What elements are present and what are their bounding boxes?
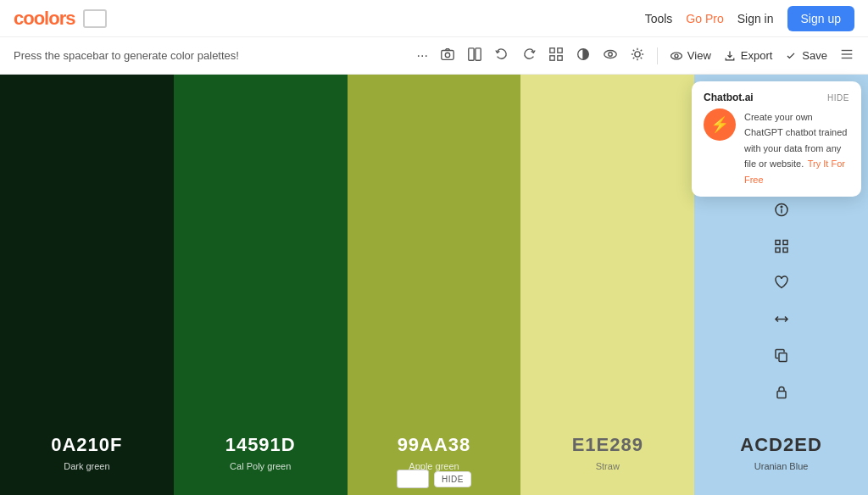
color-code-2: 14591D	[225, 434, 296, 456]
svg-point-11	[635, 51, 640, 56]
color-swatch-5[interactable]: Chatbot.ai HIDE ⚡ Create your own ChatGP…	[694, 75, 868, 495]
logo[interactable]: coolors	[14, 8, 75, 30]
toolbar: Press the spacebar to generate color pal…	[0, 37, 868, 75]
color-swatch-2[interactable]: 14591D Cal Poly green	[174, 75, 348, 495]
svg-rect-6	[550, 55, 554, 59]
svg-point-1	[445, 53, 449, 57]
color-name-1: Dark green	[64, 461, 109, 471]
logo-box	[83, 9, 107, 28]
hide-button-swatch3[interactable]: HIDE	[434, 471, 471, 487]
svg-line-18	[641, 49, 643, 51]
chatbot-logo: ⚡	[704, 108, 736, 141]
colorblind-icon[interactable]	[603, 47, 618, 65]
header-nav: Tools Go Pro Sign in Sign up	[645, 6, 854, 31]
svg-point-20	[670, 53, 682, 59]
svg-point-9	[604, 50, 616, 58]
nav-signin[interactable]: Sign in	[737, 12, 774, 25]
color-swatch-1[interactable]: 0A210F Dark green	[0, 75, 174, 495]
svg-point-21	[675, 54, 678, 58]
svg-point-29	[781, 206, 782, 208]
chatbot-popup-header: Chatbot.ai HIDE	[704, 92, 849, 103]
export-button[interactable]: Export	[723, 49, 773, 63]
color-swatch-3[interactable]: 99AA38 Apple green HIDE	[348, 75, 521, 495]
svg-line-17	[641, 57, 643, 58]
view-button[interactable]: View	[670, 49, 711, 63]
grid-icon[interactable]	[548, 47, 564, 65]
color-name-5: Uranian Blue	[754, 461, 809, 471]
lock-icon[interactable]	[774, 385, 789, 404]
chatbot-popup: Chatbot.ai HIDE ⚡ Create your own ChatGP…	[692, 81, 861, 197]
chatbot-popup-body: ⚡ Create your own ChatGPT chatbot traine…	[704, 108, 849, 186]
swatch5-icons	[774, 166, 789, 404]
hamburger-menu-icon[interactable]	[839, 47, 854, 65]
color-code-1: 0A210F	[51, 434, 122, 456]
svg-rect-35	[779, 353, 787, 362]
toolbar-divider	[657, 47, 658, 64]
svg-point-10	[609, 52, 613, 56]
grid-palette-icon[interactable]	[774, 239, 789, 259]
nav-gopro[interactable]: Go Pro	[686, 12, 723, 25]
svg-rect-0	[442, 50, 453, 59]
color-code-3: 99AA38	[398, 434, 471, 456]
svg-rect-4	[550, 47, 554, 52]
resize-icon[interactable]	[774, 312, 789, 331]
svg-rect-31	[783, 241, 787, 245]
copy-icon[interactable]	[774, 348, 789, 368]
info-icon[interactable]	[774, 203, 789, 222]
svg-rect-33	[783, 248, 787, 253]
header-left: coolors	[14, 8, 107, 30]
camera-icon[interactable]	[440, 47, 455, 65]
svg-rect-3	[476, 47, 481, 59]
sun-icon[interactable]	[630, 47, 645, 65]
toolbar-right: ···	[416, 47, 854, 65]
color-name-4: Straw	[596, 461, 620, 471]
color-swatch-4[interactable]: E1E289 Straw	[520, 75, 694, 495]
color-code-5: ACD2ED	[740, 434, 821, 456]
color-code-4: E1E289	[572, 434, 643, 456]
redo-icon[interactable]	[521, 47, 537, 65]
contrast-icon[interactable]	[576, 47, 591, 65]
signup-button[interactable]: Sign up	[787, 6, 854, 31]
svg-rect-30	[776, 241, 780, 245]
more-options-icon[interactable]: ···	[416, 48, 427, 64]
svg-rect-36	[777, 392, 786, 398]
save-button[interactable]: Save	[784, 49, 827, 63]
heart-icon[interactable]	[774, 275, 789, 295]
color-palette: 0A210F Dark green 14591D Cal Poly green …	[0, 75, 868, 495]
chatbot-title: Chatbot.ai	[704, 92, 754, 103]
chatbot-lightning-icon: ⚡	[710, 115, 729, 134]
svg-line-19	[633, 57, 635, 58]
svg-line-16	[633, 49, 635, 51]
undo-icon[interactable]	[494, 47, 509, 65]
chatbot-hide-button[interactable]: HIDE	[827, 93, 849, 103]
color-name-2: Cal Poly green	[230, 461, 291, 471]
svg-rect-5	[558, 47, 562, 52]
chatbot-description: Create your own ChatGPT chatbot trained …	[744, 108, 849, 186]
nav-tools[interactable]: Tools	[645, 12, 673, 25]
split-view-icon[interactable]	[467, 47, 482, 65]
svg-rect-7	[558, 55, 562, 59]
header: coolors Tools Go Pro Sign in Sign up	[0, 0, 868, 37]
svg-rect-32	[776, 248, 780, 253]
toolbar-hint: Press the spacebar to generate color pal…	[14, 49, 239, 62]
svg-rect-2	[469, 47, 474, 59]
